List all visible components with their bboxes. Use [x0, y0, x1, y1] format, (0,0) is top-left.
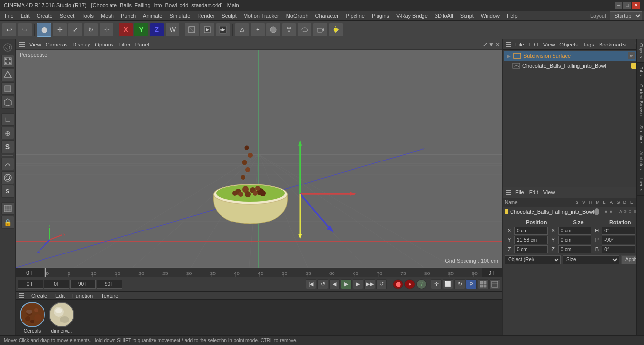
menu-render[interactable]: Render — [194, 12, 218, 20]
pb-step-back[interactable]: ↺ — [317, 279, 328, 289]
pb-to-start[interactable]: |◀ — [306, 279, 316, 289]
mat-menu-texture[interactable]: Texture — [99, 292, 120, 299]
menu-mesh[interactable]: Mesh — [98, 12, 117, 20]
lt-lock-button[interactable]: 🔒 — [1, 216, 14, 229]
obj-menu-view[interactable]: View — [541, 41, 557, 48]
particles-button[interactable] — [282, 23, 296, 37]
col-m-icon[interactable]: ■ — [608, 208, 613, 215]
viewport-menu-display[interactable]: Display — [70, 41, 92, 48]
viewport-down-icon[interactable]: ▼ — [489, 41, 494, 48]
menu-select[interactable]: Select — [57, 12, 78, 20]
viewport-options-icon[interactable] — [18, 40, 26, 49]
mat-menu-function[interactable]: Function — [70, 292, 95, 299]
mat-menu-edit[interactable]: Edit — [53, 292, 67, 299]
live-selection-button[interactable]: ⬤ — [37, 23, 51, 37]
obj-menu-file[interactable]: File — [513, 41, 526, 48]
lt-mirror-button[interactable]: S — [1, 185, 14, 198]
menu-file[interactable]: File — [2, 12, 17, 20]
pb-record-btn[interactable]: ⬤ — [393, 279, 403, 289]
b-rot-input[interactable]: 0° — [602, 245, 635, 253]
mat-menu-create[interactable]: Create — [29, 292, 49, 299]
light-button[interactable] — [329, 23, 343, 37]
tab-structure[interactable]: Structure — [637, 121, 644, 148]
viewport-close-icon[interactable]: ✕ — [495, 41, 500, 48]
y-pos-input[interactable]: 11.58 cm — [514, 236, 548, 244]
pb-to-end[interactable]: ↺ — [376, 279, 387, 289]
frame-end-right-input[interactable]: 90 F — [97, 280, 122, 289]
menu-pipeline[interactable]: Pipeline — [343, 12, 368, 20]
close-button[interactable]: ✕ — [632, 2, 640, 9]
col-v-dot[interactable] — [599, 208, 604, 215]
z-pos-input[interactable]: 0 cm — [514, 245, 548, 253]
lt-mode-polygons[interactable] — [1, 82, 14, 95]
lt-magnet-button[interactable]: ⊕ — [1, 127, 14, 139]
viewport-menu-view[interactable]: View — [27, 41, 43, 48]
pb-next-frame[interactable]: ▶ — [353, 279, 363, 289]
obj2-menu-icon[interactable] — [505, 188, 512, 196]
obj-menu-icon[interactable] — [505, 41, 512, 48]
col-l-icon[interactable] — [613, 208, 618, 215]
col-r-icon[interactable]: ■ — [603, 208, 608, 215]
pb-auto-key[interactable]: ● — [404, 279, 415, 289]
minimize-button[interactable]: ─ — [615, 2, 622, 9]
camera-button[interactable] — [313, 23, 328, 37]
obj-subdiv-row[interactable]: ▶ Subdivision Surface ✏ ✓ — [504, 51, 643, 61]
tab-layers[interactable]: Layers — [637, 174, 644, 196]
size-mode-dropdown[interactable]: Size — [563, 255, 619, 264]
menu-simulate[interactable]: Simulate — [166, 12, 193, 20]
maximize-button[interactable]: □ — [623, 2, 631, 9]
obj-menu-objects[interactable]: Objects — [557, 41, 579, 48]
menu-character[interactable]: Character — [312, 12, 342, 20]
obj-subdiv-edit-icon[interactable]: ✏ — [628, 52, 635, 59]
deformer-button[interactable] — [297, 23, 312, 37]
y-size-input[interactable]: 0 cm — [558, 236, 592, 244]
obj2-menu-edit[interactable]: Edit — [527, 189, 540, 196]
col-a-icon[interactable]: A — [618, 208, 623, 215]
lt-tweak-button[interactable] — [1, 158, 14, 170]
render-view-button[interactable] — [200, 23, 215, 37]
lt-snap-button[interactable]: S — [1, 140, 14, 153]
rotate-button[interactable]: ↻ — [84, 23, 98, 37]
z-axis-button[interactable]: Z — [150, 23, 164, 37]
menu-mograph[interactable]: MoGraph — [283, 12, 311, 20]
pb-play[interactable]: ▶ — [341, 279, 352, 289]
x-pos-input[interactable]: 0 cm — [514, 227, 548, 235]
menu-tools[interactable]: Tools — [78, 12, 97, 20]
lt-mode-model[interactable] — [1, 96, 14, 109]
tab-attributes[interactable]: Attributes — [637, 147, 644, 174]
x-size-input[interactable]: 0 cm — [558, 227, 592, 235]
menu-sculpt[interactable]: Sculpt — [219, 12, 240, 20]
coord-system-dropdown[interactable]: Object (Rel) — [505, 255, 561, 264]
col-g-icon[interactable]: G — [623, 208, 628, 215]
obj2-bowl-row[interactable]: Chocolate_Balls_Falling_into_Bowl ■ ■ A … — [503, 207, 644, 217]
col-s-dot[interactable] — [594, 208, 599, 215]
menu-help[interactable]: Help — [504, 12, 521, 20]
pb-motion-record[interactable]: ? — [416, 279, 427, 289]
material-button[interactable] — [266, 23, 281, 37]
lt-knife-button[interactable]: ∟ — [1, 113, 14, 126]
pb-scale-icon[interactable]: ⬜ — [443, 279, 453, 289]
lt-grid-button[interactable] — [1, 202, 14, 215]
pb-blue-icon[interactable]: P — [466, 279, 477, 289]
menu-create[interactable]: Create — [34, 12, 56, 20]
pb-rotate-icon[interactable]: ↻ — [454, 279, 465, 289]
pb-prev-frame[interactable]: ◀ — [329, 279, 340, 289]
objects-content-top[interactable]: ▶ Subdivision Surface ✏ ✓ Chocolate_Ball… — [503, 50, 644, 187]
menu-script[interactable]: Script — [457, 12, 477, 20]
interactive-render-button[interactable] — [216, 23, 230, 37]
layout-dropdown[interactable]: Startup — [610, 11, 642, 20]
z-size-input[interactable]: 0 cm — [558, 245, 592, 253]
current-frame-input[interactable]: 0 F — [18, 280, 43, 289]
render-region-button[interactable] — [184, 23, 199, 37]
menu-3dtoall[interactable]: 3DToAll — [432, 12, 456, 20]
obj2-menu-view[interactable]: View — [541, 189, 557, 196]
material-dinnerware[interactable]: dinnerw... — [49, 302, 74, 334]
obj-bowl-row[interactable]: Chocolate_Balls_Falling_into_Bowl • — [504, 61, 643, 70]
menu-motion-tracker[interactable]: Motion Tracker — [241, 12, 282, 20]
undo-button[interactable]: ↩ — [2, 23, 17, 37]
pb-grid-icon[interactable] — [478, 279, 489, 289]
y-axis-button[interactable]: Y — [134, 23, 149, 37]
mat-menu-icon[interactable] — [18, 292, 25, 299]
tab-content-browser[interactable]: Content Browser — [637, 80, 644, 121]
menu-vray[interactable]: V-Ray Bridge — [393, 12, 431, 20]
